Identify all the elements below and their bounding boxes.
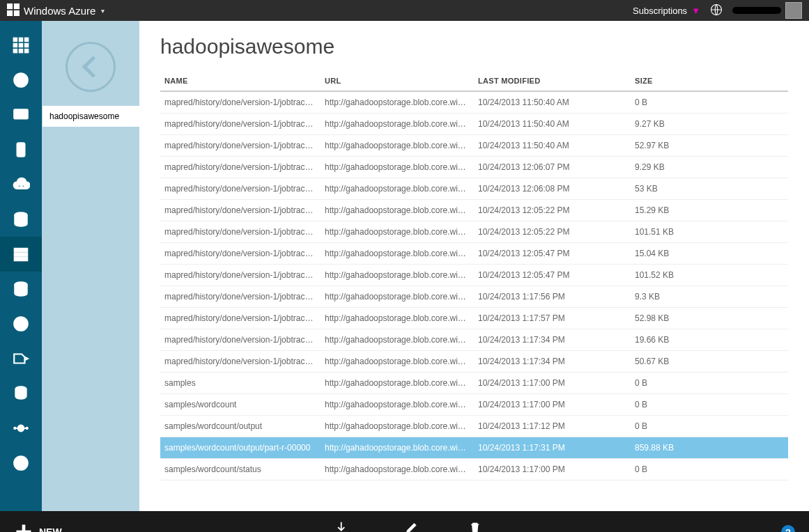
nav-allitems[interactable] bbox=[0, 28, 42, 63]
svg-rect-12 bbox=[19, 49, 22, 52]
col-modified[interactable]: LAST MODIFIED bbox=[474, 71, 631, 91]
cell-name: mapred/history/done/version-1/jobtracker… bbox=[160, 114, 321, 135]
svg-rect-7 bbox=[24, 38, 28, 41]
cell-size: 0 B bbox=[631, 416, 788, 437]
nav-cloudservices[interactable] bbox=[0, 167, 42, 202]
table-row[interactable]: mapred/history/done/version-1/jobtracker… bbox=[160, 221, 788, 243]
subscriptions-menu[interactable]: Subscriptions ▼ bbox=[633, 6, 700, 16]
table-row[interactable]: mapred/history/done/version-1/jobtracker… bbox=[160, 114, 788, 135]
col-size[interactable]: SIZE bbox=[631, 71, 788, 91]
table-row[interactable]: mapred/history/done/version-1/jobtracker… bbox=[160, 329, 788, 351]
table-row[interactable]: sampleshttp://gahadoopstorage.blob.core.… bbox=[160, 373, 788, 394]
nav-websites[interactable] bbox=[0, 63, 42, 97]
cell-url: http://gahadoopstorage.blob.core.windows bbox=[321, 243, 474, 265]
nav-mediaservices[interactable] bbox=[0, 306, 42, 341]
cell-modified: 10/24/2013 1:17:00 PM bbox=[474, 373, 631, 394]
cell-url: http://gahadoopstorage.blob.core.windows bbox=[321, 351, 474, 373]
nav-sqldb[interactable]: DB bbox=[0, 202, 42, 237]
back-button[interactable] bbox=[66, 42, 116, 92]
edit-button[interactable]: EDIT bbox=[403, 520, 419, 533]
cell-url: http://gahadoopstorage.blob.core.windows bbox=[321, 200, 474, 221]
table-row[interactable]: mapred/history/done/version-1/jobtracker… bbox=[160, 135, 788, 157]
table-row[interactable]: mapred/history/done/version-1/jobtracker… bbox=[160, 178, 788, 200]
nav-mobileservices[interactable] bbox=[0, 132, 42, 167]
col-url[interactable]: URL bbox=[321, 71, 474, 91]
svg-rect-16 bbox=[19, 113, 24, 116]
chevron-down-icon[interactable]: ▾ bbox=[101, 7, 105, 15]
subpanel: hadoopisawesome bbox=[42, 21, 139, 511]
brand-logo[interactable]: Windows Azure bbox=[7, 3, 95, 18]
cell-modified: 10/24/2013 11:50:40 AM bbox=[474, 114, 631, 135]
svg-rect-6 bbox=[19, 38, 22, 41]
svg-point-19 bbox=[19, 185, 21, 187]
cell-url: http://gahadoopstorage.blob.core.windows bbox=[321, 373, 474, 394]
table-row[interactable]: mapred/history/done/version-1/jobtracker… bbox=[160, 91, 788, 114]
svg-rect-9 bbox=[19, 43, 22, 47]
cell-modified: 10/24/2013 12:05:22 PM bbox=[474, 200, 631, 221]
cell-size: 0 B bbox=[631, 394, 788, 416]
container-tab[interactable]: hadoopisawesome bbox=[42, 106, 139, 127]
new-button[interactable]: NEW bbox=[14, 522, 62, 532]
cell-modified: 10/24/2013 1:17:34 PM bbox=[474, 329, 631, 351]
svg-rect-8 bbox=[13, 43, 17, 47]
cell-name: samples/wordcount/output bbox=[160, 416, 321, 437]
table-row[interactable]: samples/wordcount/outputhttp://gahadoops… bbox=[160, 416, 788, 437]
cell-name: mapred/history/done/version-1/jobtracker… bbox=[160, 243, 321, 265]
cell-modified: 10/24/2013 1:17:34 PM bbox=[474, 351, 631, 373]
cell-url: http://gahadoopstorage.blob.core.windows bbox=[321, 221, 474, 243]
avatar bbox=[785, 2, 802, 19]
service-iconbar: DB bbox=[0, 21, 42, 511]
cell-url: http://gahadoopstorage.blob.core.windows bbox=[321, 135, 474, 157]
cell-size: 101.52 KB bbox=[631, 265, 788, 286]
nav-trafficmanager[interactable] bbox=[0, 446, 42, 480]
page-title: hadoopisawesome bbox=[160, 35, 788, 58]
cell-url: http://gahadoopstorage.blob.core.windows bbox=[321, 329, 474, 351]
cell-url: http://gahadoopstorage.blob.core.windows bbox=[321, 308, 474, 329]
table-row[interactable]: mapred/history/done/version-1/jobtracker… bbox=[160, 286, 788, 308]
table-row[interactable]: mapred/history/done/version-1/jobtracker… bbox=[160, 157, 788, 178]
cell-modified: 10/24/2013 12:06:08 PM bbox=[474, 178, 631, 200]
nav-virtualmachines[interactable] bbox=[0, 97, 42, 132]
nav-storage[interactable] bbox=[0, 237, 42, 272]
cell-name: mapred/history/done/version-1/jobtracker… bbox=[160, 286, 321, 308]
table-row[interactable]: mapred/history/done/version-1/jobtracker… bbox=[160, 351, 788, 373]
table-row[interactable]: mapred/history/done/version-1/jobtracker… bbox=[160, 243, 788, 265]
help-button[interactable]: ? bbox=[781, 525, 795, 532]
table-row[interactable]: samples/wordcounthttp://gahadoopstorage.… bbox=[160, 394, 788, 416]
cell-name: mapred/history/done/version-1/jobtracker… bbox=[160, 135, 321, 157]
cell-url: http://gahadoopstorage.blob.core.windows bbox=[321, 416, 474, 437]
user-account-area[interactable] bbox=[732, 2, 802, 19]
globe-icon[interactable] bbox=[710, 3, 723, 18]
cell-modified: 10/24/2013 12:06:07 PM bbox=[474, 157, 631, 178]
cell-url: http://gahadoopstorage.blob.core.windows bbox=[321, 394, 474, 416]
nav-servicebus[interactable] bbox=[0, 341, 42, 376]
subscriptions-label: Subscriptions bbox=[633, 6, 687, 16]
table-row[interactable]: mapred/history/done/version-1/jobtracker… bbox=[160, 308, 788, 329]
cell-url: http://gahadoopstorage.blob.core.windows bbox=[321, 459, 474, 480]
cell-name: samples bbox=[160, 373, 321, 394]
svg-text:DB: DB bbox=[17, 217, 25, 224]
table-row[interactable]: mapred/history/done/version-1/jobtracker… bbox=[160, 200, 788, 221]
nav-hdinsight[interactable] bbox=[0, 272, 42, 306]
cell-url: http://gahadoopstorage.blob.core.windows bbox=[321, 286, 474, 308]
svg-point-30 bbox=[14, 428, 15, 429]
download-button[interactable]: DOWNLOAD bbox=[321, 520, 362, 533]
cell-modified: 10/24/2013 1:17:56 PM bbox=[474, 286, 631, 308]
cell-name: samples/wordcount bbox=[160, 394, 321, 416]
table-row[interactable]: samples/wordcount/statushttp://gahadoops… bbox=[160, 459, 788, 480]
cell-size: 53 KB bbox=[631, 178, 788, 200]
cell-modified: 10/24/2013 12:05:47 PM bbox=[474, 243, 631, 265]
table-row[interactable]: samples/wordcount/output/part-r-00000htt… bbox=[160, 437, 788, 459]
cell-size: 52.97 KB bbox=[631, 135, 788, 157]
nav-networks[interactable] bbox=[0, 411, 42, 446]
nav-sqlreporting[interactable] bbox=[0, 376, 42, 411]
col-name[interactable]: NAME bbox=[160, 71, 321, 91]
cell-modified: 10/24/2013 11:50:40 AM bbox=[474, 91, 631, 114]
table-row[interactable]: mapred/history/done/version-1/jobtracker… bbox=[160, 265, 788, 286]
svg-rect-29 bbox=[20, 393, 26, 398]
delete-button[interactable]: DELETE bbox=[461, 520, 488, 533]
cell-size: 52.98 KB bbox=[631, 308, 788, 329]
new-label: NEW bbox=[39, 526, 62, 532]
cell-name: mapred/history/done/version-1/jobtracker… bbox=[160, 265, 321, 286]
windows-icon bbox=[7, 3, 20, 18]
